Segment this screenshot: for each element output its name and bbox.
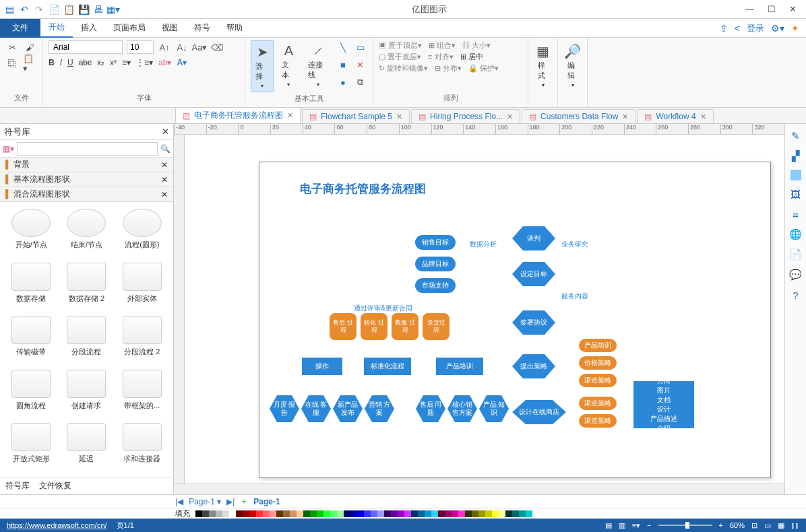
menu-help[interactable]: 帮助 (218, 19, 251, 38)
case-icon[interactable]: Aa▾ (193, 40, 206, 54)
node-standard[interactable]: 标准化流程 (364, 358, 411, 375)
shape-3[interactable]: 数据存储 (4, 260, 58, 312)
shape-4[interactable]: 数据存储 2 (59, 260, 113, 312)
color-swatch[interactable] (357, 510, 364, 517)
color-swatch[interactable] (371, 510, 377, 517)
node-market[interactable]: 市场支持 (415, 278, 456, 293)
color-swatch[interactable] (317, 510, 323, 517)
color-swatch[interactable] (330, 510, 337, 517)
shape-13[interactable]: 延迟 (59, 420, 113, 473)
node-core-plan[interactable]: 核心销 售方案 (447, 395, 477, 422)
node-ship[interactable]: 送货过 程 (423, 313, 450, 340)
horizontal-scrollbar[interactable] (174, 484, 784, 494)
sidebar-tab-recovery[interactable]: 文件恢复 (39, 480, 71, 492)
node-monthly[interactable]: 月度 报告 (270, 395, 299, 422)
node-channel3[interactable]: 渠道策略 (579, 414, 617, 428)
page-icon[interactable]: 📄 (789, 248, 803, 261)
qat-new-icon[interactable]: 📄 (49, 4, 59, 15)
shape-9[interactable]: 圆角流程 (4, 367, 58, 420)
color-swatch[interactable] (337, 510, 344, 517)
color-swatch[interactable] (350, 510, 357, 517)
menu-start[interactable]: 开始 (40, 19, 73, 38)
color-swatch[interactable] (438, 510, 445, 517)
share2-icon[interactable]: < (735, 23, 740, 34)
shape-10[interactable]: 创建请求 (59, 367, 113, 420)
node-big-box[interactable]: 方向图片文档设计产品描述介绍 (633, 381, 694, 428)
protect-button[interactable]: 🔒 保护▾ (468, 63, 499, 73)
copy-icon[interactable]: ⿻ (5, 57, 19, 70)
font-size-select[interactable] (127, 40, 154, 54)
doc-tab-2[interactable]: ▤Hiring Process Flo...✕ (411, 109, 520, 123)
color-swatch[interactable] (472, 510, 478, 517)
palette-icon[interactable]: ▦▾ (3, 144, 14, 154)
node-online-cs[interactable]: 在线 客服 (301, 395, 331, 422)
node-new-release[interactable]: 新产品 发布 (333, 395, 363, 422)
menu-view[interactable]: 视图 (154, 19, 186, 38)
size-button[interactable]: ▥ 大小▾ (462, 40, 491, 51)
color-swatch[interactable] (411, 510, 418, 517)
color-swatch[interactable] (344, 510, 350, 517)
color-swatch[interactable] (445, 510, 452, 517)
view-icon-2[interactable]: ▥ (619, 521, 625, 530)
shape-11[interactable]: 带框架的... (115, 367, 169, 420)
qat-paste-icon[interactable]: 📋 (63, 4, 74, 15)
page-first-button[interactable]: |◀ (175, 497, 183, 506)
node-convert[interactable]: 转化 过程 (361, 313, 388, 340)
zoom-slider[interactable] (658, 525, 712, 526)
color-swatch[interactable] (263, 510, 270, 517)
sidebar-cat-basic[interactable]: ▌ 基本流程图形状✕ (0, 172, 173, 187)
shape-14[interactable]: 求和连接器 (115, 420, 169, 473)
close-icon[interactable]: ✕ (507, 112, 513, 121)
color-swatch[interactable] (195, 510, 202, 517)
close-icon[interactable]: ✕ (161, 160, 168, 170)
color-swatch[interactable] (377, 510, 384, 517)
logo-icon[interactable]: ✦ (791, 23, 799, 34)
line-icon[interactable]: ╲ (336, 40, 350, 54)
page-add-button[interactable]: ＋ (240, 496, 248, 507)
text-tool-button[interactable]: A文本▾ (278, 40, 299, 90)
font-color-button[interactable]: A▾ (177, 58, 187, 67)
fill-icon[interactable] (790, 170, 801, 180)
sidebar-cat-mixed[interactable]: ▌ 混合流程图形状✕ (0, 187, 173, 202)
clear-format-icon[interactable]: ⌫ (210, 40, 224, 54)
doc-tab-0[interactable]: ▤电子商务托管服务流程图✕ (175, 107, 301, 123)
menu-symbol[interactable]: 符号 (186, 19, 218, 38)
close-icon[interactable]: ✕ (700, 112, 706, 121)
color-swatch[interactable] (458, 510, 465, 517)
color-swatch[interactable] (465, 510, 472, 517)
node-ptrain[interactable]: 产品培训 (579, 339, 617, 352)
close-icon[interactable]: ✕ (622, 112, 628, 121)
italic-button[interactable]: I (60, 58, 62, 67)
text-props-icon[interactable]: ≡ (789, 207, 803, 221)
color-swatch[interactable] (236, 510, 243, 517)
web-icon[interactable]: 🌐 (789, 228, 803, 241)
color-swatch[interactable] (431, 510, 438, 517)
color-swatch[interactable] (512, 510, 519, 517)
superscript-button[interactable]: x² (110, 58, 117, 67)
color-swatch[interactable] (485, 510, 492, 517)
zoom-out-button[interactable]: − (647, 521, 651, 529)
color-swatch[interactable] (216, 510, 222, 517)
square-shape-icon[interactable]: ■ (336, 58, 350, 71)
doc-tab-4[interactable]: ▤Workflow 4✕ (637, 109, 713, 123)
fit-icon-4[interactable]: ⫿⫿ (791, 521, 799, 529)
node-brand[interactable]: 品牌目标 (415, 257, 456, 271)
color-swatch[interactable] (391, 510, 398, 517)
format-painter-icon[interactable]: 🖌 (23, 40, 36, 54)
menu-file[interactable]: 文件 (0, 19, 40, 38)
node-marketing[interactable]: 营销 方案 (365, 395, 394, 422)
connector-tool-button[interactable]: ⟋连接线▾ (304, 40, 332, 90)
underline-button[interactable]: U (67, 58, 73, 67)
qat-print-icon[interactable]: 🖶 (93, 4, 104, 15)
node-set-target[interactable]: 设定目标 (512, 262, 555, 286)
page[interactable]: 电子商务托管服务流程图 谈判 设定目标 签署协议 提出策略 设计在线商店 销售目… (259, 162, 771, 478)
shape-6[interactable]: 传输磁带 (4, 313, 58, 366)
sidebar-close-icon[interactable]: ✕ (162, 127, 169, 137)
share-icon[interactable]: ⇪ (720, 23, 728, 34)
shape-12[interactable]: 开放式矩形 (4, 420, 58, 473)
minimize-button[interactable]: — (745, 4, 754, 14)
edit-button[interactable]: 🔎编辑▾ (563, 40, 582, 91)
x-shape-icon[interactable]: ✕ (354, 58, 367, 71)
node-price[interactable]: 价格策略 (579, 356, 617, 370)
zoom-in-button[interactable]: + (719, 521, 723, 529)
